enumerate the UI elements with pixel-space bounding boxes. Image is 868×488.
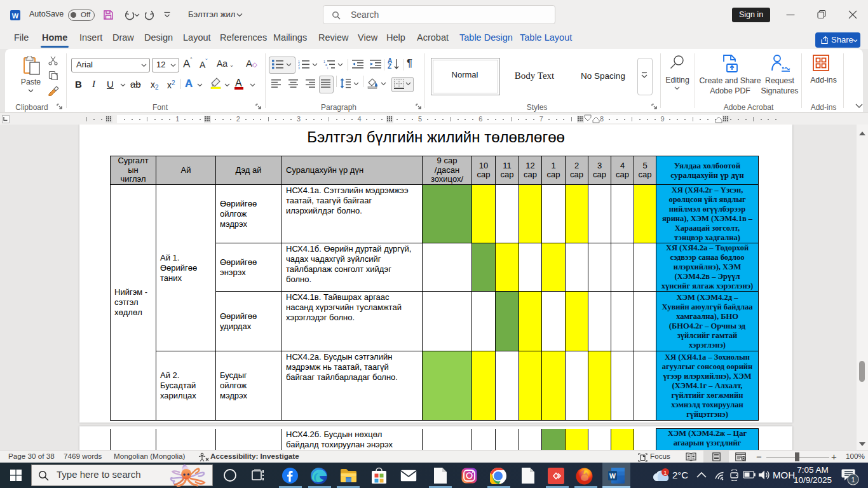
svg-text:3: 3 — [298, 66, 300, 70]
svg-text:i: i — [327, 66, 328, 69]
svg-text:W: W — [12, 12, 19, 20]
svg-text:1: 1 — [851, 476, 855, 484]
svg-text:W: W — [609, 472, 616, 480]
svg-text:1: 1 — [663, 469, 667, 476]
